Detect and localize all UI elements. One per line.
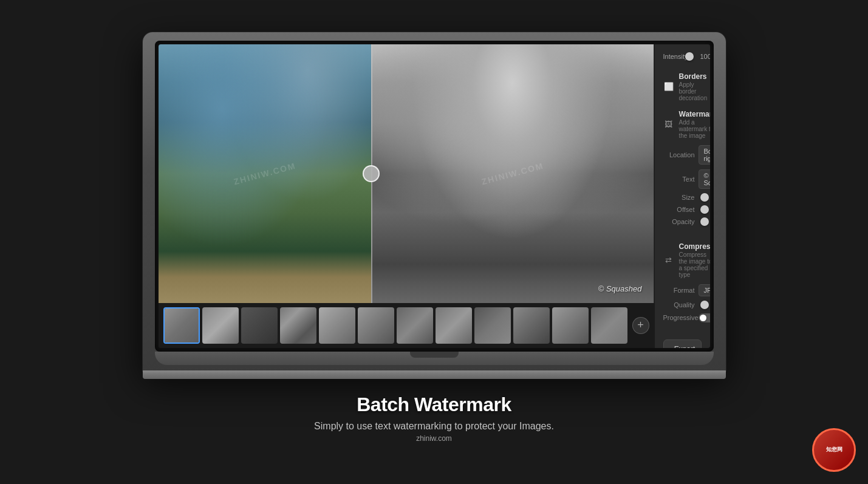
text-label: Text [663,176,695,183]
thumbnail-item[interactable] [280,307,316,344]
add-images-button[interactable]: + [632,317,649,334]
compress-subtitle: Compress the image to a specified type [679,251,710,278]
watermark-settings: Location Bottom right ▼ Text © Squ [655,141,710,236]
borders-subtitle: Apply border decoration [679,81,708,101]
image-watermark-overlay: ZHINIW.COM [233,160,297,186]
offset-thumb[interactable] [700,205,709,214]
intensity-value: 100% [700,53,709,60]
location-value: Bottom right [704,148,710,162]
promotional-text: Batch Watermark Simply to use text water… [143,379,726,452]
text-row: Text © Squashed [663,169,702,189]
image-watermark-overlay-right: ZHINIW.COM [480,160,545,186]
watermark-icon: 🖼 [663,119,674,130]
progressive-toggle-thumb [700,315,706,321]
compress-title: Compress [679,242,710,251]
quality-thumb[interactable] [700,301,709,309]
laptop-container: ZHINIW.COM © Squashed ZHINIW.COM [143,32,726,452]
laptop-body: ZHINIW.COM © Squashed ZHINIW.COM [143,32,726,371]
thumbnail-item[interactable] [591,307,627,344]
compress-settings: Format JPEG ▼ Quality [655,281,710,333]
watermark-text-input[interactable]: © Squashed [699,169,710,189]
export-button[interactable]: ↑ Export images [663,339,702,348]
compress-icon: ⇄ [663,254,674,265]
laptop-notch [410,352,459,358]
website-label: zhiniw.com [143,434,726,443]
laptop-base [143,370,726,379]
export-label: Export images [674,345,698,348]
image-right-bw: © Squashed ZHINIW.COM [371,44,654,303]
size-thumb[interactable] [700,193,709,202]
sidebar-panel: Intensity 100% [654,44,710,348]
opacity-row: Opacity 40% [663,218,702,225]
location-label: Location [663,151,695,158]
thumbnail-item[interactable] [552,307,589,344]
thumbnail-item[interactable] [241,307,278,344]
image-left-color: ZHINIW.COM [159,44,372,303]
laptop-screen: ZHINIW.COM © Squashed ZHINIW.COM [159,44,710,348]
thumbnail-item[interactable] [474,307,511,344]
laptop-bottom-bezel [155,352,714,365]
watermark-subtitle: Add a watermark to the image [679,119,710,139]
watermark-section-header: 🖼 Watermark Add a watermark to the image [655,104,710,141]
progressive-toggle[interactable] [699,313,710,322]
size-row: Size 20% [663,194,702,201]
batch-watermark-subtitle: Simply to use text watermarking to prote… [143,421,726,432]
compress-title-group: Compress Compress the image to a specifi… [679,242,710,278]
watermark-text-value: © Squashed [704,172,710,186]
watermark-display-text: © Squashed [598,284,642,293]
thumbnail-item[interactable] [202,307,239,344]
main-image-container: ZHINIW.COM © Squashed ZHINIW.COM [159,44,654,303]
location-row: Location Bottom right ▼ [663,145,702,165]
batch-watermark-title: Batch Watermark [143,394,726,416]
offset-row: Offset 12% [663,206,702,213]
thumbnail-item[interactable] [163,307,200,344]
zhiniw-badge: 知您网 [812,428,856,472]
thumbnail-item[interactable] [319,307,355,344]
app-window: ZHINIW.COM © Squashed ZHINIW.COM [159,44,710,348]
image-area: ZHINIW.COM © Squashed ZHINIW.COM [159,44,654,348]
watermark-title-group: Watermark Add a watermark to the image [679,110,710,139]
thumbnail-bar: + [159,303,654,348]
format-dropdown[interactable]: JPEG ▼ [699,284,710,296]
intensity-thumb[interactable] [685,52,694,61]
opacity-label: Opacity [663,218,695,225]
intensity-row: Intensity 100% [663,49,702,64]
borders-icon: ⬜ [663,81,674,92]
format-label: Format [663,287,695,294]
progressive-row: Progressive [663,313,702,322]
offset-label: Offset [663,206,695,213]
location-dropdown[interactable]: Bottom right ▼ [699,145,710,165]
intensity-label: Intensity [663,53,688,60]
split-handle[interactable] [363,165,380,182]
thumbnail-item[interactable] [513,307,550,344]
split-image: ZHINIW.COM © Squashed ZHINIW.COM [159,44,654,303]
format-row: Format JPEG ▼ [663,284,702,296]
thumbnail-item[interactable] [436,307,472,344]
opacity-thumb[interactable] [700,217,709,226]
thumbnail-item[interactable] [397,307,433,344]
progressive-label: Progressive [663,314,695,321]
borders-title: Borders [679,72,708,81]
size-label: Size [663,194,695,201]
quality-row: Quality 50% [663,301,702,308]
borders-title-group: Borders Apply border decoration [679,72,708,101]
quality-label: Quality [663,301,695,308]
intensity-section: Intensity 100% [655,44,710,66]
screen-bezel: ZHINIW.COM © Squashed ZHINIW.COM [155,41,714,352]
borders-section-header: ⬜ Borders Apply border decoration [655,66,710,104]
badge-text: 知您网 [826,446,842,454]
watermark-title: Watermark [679,110,710,118]
thumbnail-item[interactable] [358,307,394,344]
compress-section-header: ⇄ Compress Compress the image to a speci… [655,236,710,281]
format-value: JPEG [704,287,710,294]
